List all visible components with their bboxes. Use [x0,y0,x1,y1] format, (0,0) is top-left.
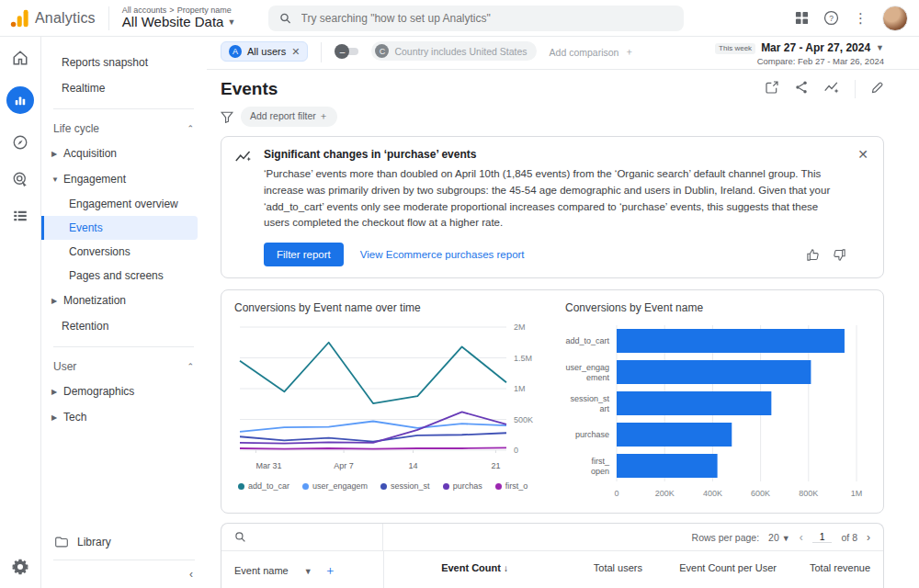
page-title: Events [221,79,278,99]
svg-text:21: 21 [491,461,500,470]
sidebar-item-retention[interactable]: Retention [41,313,207,339]
main-content: A All users ✕ – C Country includes Unite… [207,37,919,588]
sidebar-item-demographics[interactable]: ▶ Demographics [41,379,207,404]
explore-icon[interactable] [12,134,28,151]
sidebar-item-pages-and-screens[interactable]: Pages and screens [41,264,207,288]
svg-text:1M: 1M [514,384,526,393]
chevron-right-icon: ▶ [51,388,59,396]
line-chart-panel: Conversions by Event name over time 0500… [221,290,552,513]
share-icon[interactable] [794,80,809,98]
insights-icon[interactable] [823,80,840,98]
sidebar-item-monetization[interactable]: ▶ Monetization [41,288,207,313]
close-icon[interactable]: ✕ [291,46,300,58]
customize-report-icon[interactable] [870,81,884,98]
property-dropdown-icon[interactable]: ▼ [227,18,235,27]
column-total-revenue[interactable]: Total revenue [789,551,883,584]
chevron-down-icon: ▼ [876,43,884,54]
column-event-count[interactable]: Event Count ↓ [383,551,521,584]
comparison-bar: A All users ✕ – C Country includes Unite… [207,37,919,70]
icon-rail [0,37,41,588]
sidebar-section-life-cycle[interactable]: Life cycle ⌃ [41,113,207,141]
svg-text:Apr 7: Apr 7 [334,461,354,470]
more-options-icon[interactable]: ⋮ [854,10,868,27]
sidebar-item-reports-snapshot[interactable]: Reports snapshot [41,50,207,75]
date-range-picker[interactable]: This week Mar 27 - Apr 27, 2024 ▼ Compar… [715,41,884,67]
property-name[interactable]: All Website Data [122,15,224,29]
compare-label: Compare: [757,56,796,66]
configure-icon[interactable] [12,208,28,224]
top-bar: Analytics All accounts > Property name A… [0,0,919,37]
admin-gear-icon[interactable] [12,559,28,575]
chevron-down-icon[interactable]: ▼ [304,567,312,576]
sidebar-item-acquisition[interactable]: ▶ Acquisition [41,141,207,166]
divider [53,346,194,347]
thumbs-up-icon[interactable] [806,248,820,262]
add-dimension-icon[interactable]: ＋ [324,563,336,577]
sidebar-item-library[interactable]: Library [41,528,207,556]
home-icon[interactable] [12,50,28,66]
search-bar[interactable] [268,6,684,31]
line-chart-legend: add_to_caruser_engagemsession_stpurchasf… [238,481,543,491]
advertising-icon[interactable] [12,171,28,187]
table-toolbar: Rows per page: 20 ▼ ‹ 1 of 8 › [221,524,883,551]
rows-per-page-select[interactable]: 20 ▼ [768,532,790,543]
comparison-toggle[interactable]: – [335,44,358,59]
legend-item[interactable]: session_st [380,481,430,491]
column-total-users[interactable]: Total users [521,551,655,584]
thumbs-down-icon[interactable] [833,248,846,262]
sidebar-item-engagement[interactable]: ▼ Engagement [41,166,207,192]
page-number[interactable]: 1 [812,531,833,543]
sidebar-item-realtime[interactable]: Realtime [41,75,207,101]
legend-label: user_engagem [312,481,368,491]
breadcrumb[interactable]: All accounts > Property name All Website… [122,6,236,29]
search-input[interactable] [301,12,674,25]
compare-range: Feb 27 - Mar 26, 2024 [798,56,884,66]
help-icon[interactable]: ? [823,10,839,26]
column-event-name[interactable]: Event name ▼ ＋ [221,551,383,584]
all-users-chip[interactable]: A All users ✕ [221,41,308,62]
add-report-filter-button[interactable]: Add report filter ＋ [241,107,337,127]
legend-item[interactable]: purchas [443,481,482,491]
svg-text:session_st: session_st [570,394,609,403]
comparison-chip[interactable]: C Country includes United States [371,41,536,61]
reports-icon-active[interactable] [6,86,34,114]
filter-report-button[interactable]: Filter report [264,243,344,266]
events-table: Event name ▼ ＋ Event Count ↓ Total users… [221,551,883,588]
legend-item[interactable]: first_o [495,481,528,491]
next-page-icon[interactable]: › [867,531,870,544]
sidebar-section-user[interactable]: User ⌃ [41,351,207,379]
legend-item[interactable]: add_to_car [238,481,289,491]
line-chart-title: Conversions by Event name over time [234,301,543,314]
close-icon[interactable]: ✕ [857,148,868,266]
audience-icon: A [229,45,242,58]
insight-text: ‘Purchase’ events more than doubled on A… [264,166,846,232]
apps-grid-icon[interactable] [795,11,809,25]
svg-text:1.5M: 1.5M [514,354,532,363]
user-avatar[interactable] [882,6,908,31]
legend-dot-icon [380,483,387,490]
sidebar-item-tech[interactable]: ▶ Tech [41,404,207,430]
prev-page-icon[interactable]: ‹ [800,531,803,544]
events-table-card: Rows per page: 20 ▼ ‹ 1 of 8 › [221,523,884,588]
column-event-count-per-user[interactable]: Event Count per User [655,551,789,584]
bar-chart[interactable]: 0200K400K600K800K1Madd_to_cartuser_engag… [565,318,882,502]
edit-comparisons-icon[interactable] [765,80,779,98]
sidebar-item-engagement-overview[interactable]: Engagement overview [41,192,207,216]
line-chart[interactable]: 0500K1M1.5M2MMar 31Apr 71421 [234,318,549,476]
date-range-value[interactable]: Mar 27 - Apr 27, 2024 [761,41,870,56]
sidebar-item-conversions[interactable]: Conversions [41,240,207,264]
svg-text:Mar 31: Mar 31 [255,461,281,470]
legend-dot-icon [443,483,449,490]
svg-text:art: art [599,404,609,413]
chevron-down-icon: ▼ [782,534,790,543]
view-ecommerce-report-link[interactable]: View Ecommerce purchases report [360,249,525,260]
add-comparison-button[interactable]: Add comparison ＋ [550,46,634,59]
collapse-sidebar-button[interactable]: ‹ [53,560,195,588]
plus-icon: ＋ [319,110,329,121]
table-pagination: Rows per page: 20 ▼ ‹ 1 of 8 › [692,531,883,544]
legend-item[interactable]: user_engagem [302,481,368,491]
analytics-logo[interactable]: Analytics [9,6,109,30]
sidebar-item-events[interactable]: Events [41,216,198,240]
table-search[interactable] [221,524,383,550]
side-nav: Reports snapshot Realtime Life cycle ⌃ ▶… [41,37,207,588]
